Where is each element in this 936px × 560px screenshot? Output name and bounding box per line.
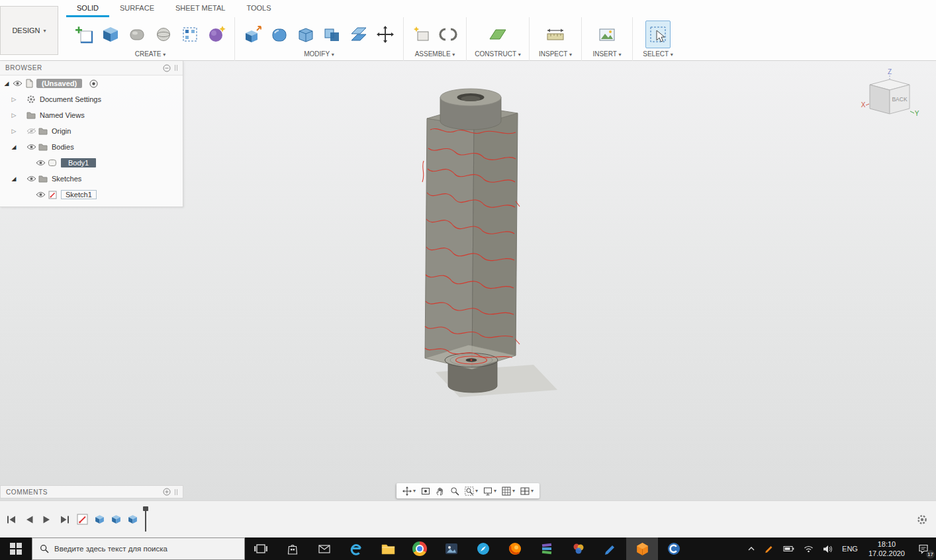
create-revolve-button[interactable] [151, 21, 176, 48]
browser-row-bodies[interactable]: ◢ Bodies [0, 139, 183, 155]
add-comment-icon[interactable] [163, 488, 171, 496]
expander-icon[interactable]: ◢ [2, 80, 11, 87]
inspect-dropdown[interactable]: INSPECT ▾ [535, 49, 576, 58]
offset-face-button[interactable] [346, 21, 371, 48]
combine-button[interactable] [320, 21, 345, 48]
pen-app-button[interactable] [594, 537, 626, 560]
go-to-end-button[interactable] [60, 515, 70, 524]
timeline-position-marker[interactable] [145, 508, 146, 532]
tray-volume-button[interactable] [818, 537, 837, 560]
action-center-button[interactable]: 17 [911, 537, 936, 560]
display-settings-button[interactable]: ▾ [483, 487, 496, 496]
row-label[interactable]: Origin [52, 127, 71, 135]
browser-row-body1[interactable]: Body1 [0, 155, 183, 171]
row-label[interactable]: Sketches [52, 175, 81, 183]
viewport[interactable]: Z BACK X Y BROWSER ◢ (Unsaved) [0, 61, 936, 500]
row-label[interactable]: Bodies [52, 143, 74, 151]
expander-icon[interactable]: ▷ [9, 128, 19, 134]
language-indicator[interactable]: ENG [837, 537, 863, 560]
timeline-extrude-feature[interactable] [111, 514, 122, 525]
workspace-switcher[interactable]: DESIGN ▾ [0, 6, 58, 55]
new-component-button[interactable] [409, 21, 434, 48]
expander-icon[interactable]: ◢ [9, 175, 19, 182]
fusion360-app-button[interactable] [626, 537, 658, 560]
file-explorer-button[interactable] [372, 537, 404, 560]
tab-surface[interactable]: SURFACE [109, 1, 165, 17]
create-coil-button[interactable] [204, 21, 229, 48]
mail-app-button[interactable] [308, 537, 340, 560]
winrar-app-button[interactable] [531, 537, 563, 560]
view-cube[interactable]: Z BACK X Y [858, 68, 924, 131]
document-name[interactable]: (Unsaved) [36, 79, 82, 88]
timeline-settings-gear-icon[interactable] [916, 514, 928, 526]
browser-row-sketches[interactable]: ◢ Sketches [0, 171, 183, 187]
start-button[interactable] [0, 537, 32, 560]
visibility-eye-icon[interactable] [34, 191, 46, 198]
row-label[interactable]: Named Views [40, 111, 85, 119]
select-dropdown[interactable]: SELECT ▾ [638, 49, 678, 58]
visibility-eye-icon[interactable] [25, 175, 37, 182]
timeline-sketch-feature[interactable] [77, 514, 89, 526]
tray-network-button[interactable] [799, 537, 818, 560]
tray-battery-button[interactable] [778, 537, 799, 560]
visibility-eye-off-icon[interactable] [25, 128, 37, 134]
create-pattern-button[interactable] [177, 21, 203, 48]
firefox-app-button[interactable] [499, 537, 531, 560]
create-form-button[interactable] [124, 21, 150, 48]
insert-canvas-button[interactable] [594, 21, 620, 48]
timeline-extrude-feature[interactable] [127, 514, 138, 525]
chrome-app-button[interactable] [404, 537, 436, 560]
photos-app-button[interactable] [436, 537, 467, 560]
cura-app-button[interactable] [658, 537, 690, 560]
assemble-dropdown[interactable]: ASSEMBLE ▾ [409, 49, 461, 58]
look-at-button[interactable] [421, 487, 430, 496]
browser-row-document-settings[interactable]: ▷ Document Settings [0, 91, 183, 107]
expander-icon[interactable]: ▷ [9, 96, 19, 103]
timeline-extrude-feature[interactable] [94, 514, 105, 525]
activate-radio-icon[interactable] [87, 79, 99, 88]
browser-header[interactable]: BROWSER [0, 61, 183, 75]
taskbar-search[interactable] [32, 537, 245, 560]
top-boss-cylinder[interactable] [440, 89, 501, 130]
viewports-button[interactable]: ▾ [520, 487, 534, 496]
shell-button[interactable] [293, 21, 318, 48]
skype-app-button[interactable] [467, 537, 499, 560]
modify-dropdown[interactable]: MODIFY ▾ [240, 49, 398, 58]
visibility-eye-icon[interactable] [11, 80, 23, 87]
task-view-button[interactable] [245, 537, 277, 560]
step-back-button[interactable] [25, 515, 34, 524]
panel-grip[interactable] [175, 65, 177, 71]
comments-bar[interactable]: COMMENTS [0, 485, 183, 498]
zoom-button[interactable] [450, 487, 459, 496]
expander-icon[interactable]: ▷ [9, 112, 19, 118]
search-input[interactable] [54, 545, 237, 553]
fillet-button[interactable] [267, 21, 292, 48]
measure-button[interactable] [543, 21, 568, 48]
press-pull-button[interactable] [240, 21, 265, 48]
sketch-name[interactable]: Sketch1 [61, 190, 97, 199]
visibility-eye-icon[interactable] [34, 160, 46, 166]
browser-row-named-views[interactable]: ▷ Named Views [0, 107, 183, 123]
store-app-button[interactable] [277, 537, 308, 560]
tab-tools[interactable]: TOOLS [236, 1, 281, 17]
browser-row-sketch1[interactable]: Sketch1 [0, 187, 183, 203]
browser-row-origin[interactable]: ▷ Origin [0, 123, 183, 139]
model-column[interactable] [425, 106, 518, 369]
expander-icon[interactable]: ◢ [9, 144, 19, 150]
create-sketch-button[interactable] [71, 21, 97, 48]
zoom-window-button[interactable]: ▾ [465, 487, 478, 496]
create-box-button[interactable] [98, 21, 123, 48]
play-button[interactable] [42, 515, 51, 524]
tab-solid[interactable]: SOLID [66, 1, 109, 17]
panel-grip[interactable] [175, 489, 177, 495]
joint-button[interactable] [436, 21, 461, 48]
collapse-panel-icon[interactable] [163, 64, 171, 72]
insert-dropdown[interactable]: INSERT ▾ [587, 49, 627, 58]
go-to-start-button[interactable] [7, 515, 17, 524]
tray-pen-button[interactable] [760, 537, 778, 560]
construction-plane-button[interactable] [485, 21, 510, 48]
select-button[interactable] [645, 21, 671, 48]
visibility-eye-icon[interactable] [25, 144, 37, 150]
grid-snap-button[interactable]: ▾ [502, 487, 515, 496]
pan-orbit-button[interactable]: ▾ [402, 487, 416, 496]
